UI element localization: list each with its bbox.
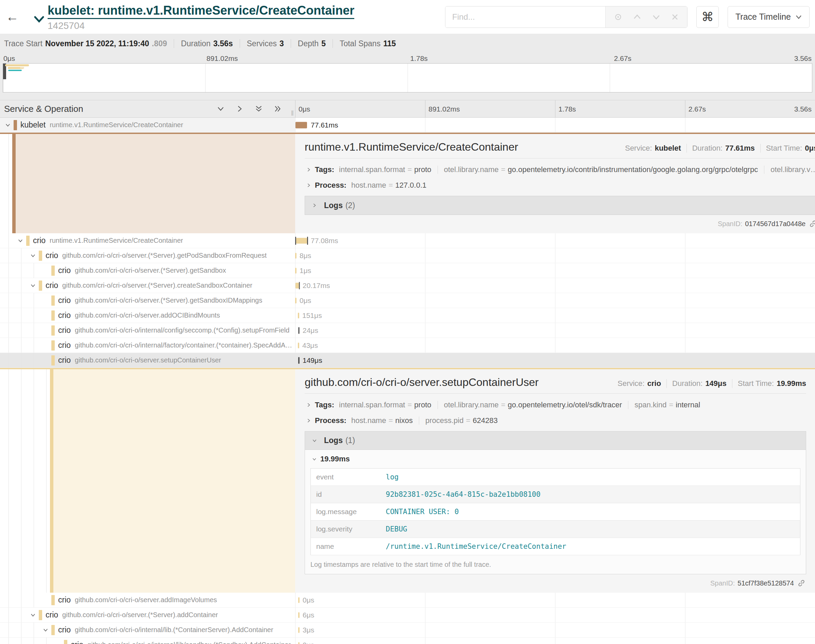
span-id-row: SpanID:51cf7f38e5128574: [305, 574, 806, 590]
span-row[interactable]: criogithub.com/cri-o/cri-o/server.(*Serv…: [0, 608, 815, 623]
span-row-name-cell: criogithub.com/cri-o/cri-o/server.(*Serv…: [0, 608, 295, 622]
span-row-timeline-cell[interactable]: 77.08ms: [295, 233, 815, 248]
span-row-name-cell: criogithub.com/cri-o/cri-o/server.addIma…: [0, 593, 295, 607]
span-row[interactable]: criogithub.com/cri-o/cri-o/internal/lib.…: [0, 623, 815, 638]
span-row[interactable]: criogithub.com/cri-o/cri-o/server.(*Serv…: [0, 278, 815, 293]
service-name: crio: [33, 236, 46, 245]
span-row-timeline-cell[interactable]: 0μs: [295, 293, 815, 308]
span-bar[interactable]: [298, 627, 300, 633]
span-detail-title: github.com/cri-o/cri-o/server.setupConta…: [305, 376, 539, 389]
span-row[interactable]: criogithub.com/cri-o/cri-o/internal/lib/…: [0, 638, 815, 644]
tags-accordion[interactable]: Tags:internal.span.format=protootel.libr…: [305, 162, 815, 178]
expand-all-icon[interactable]: [273, 104, 282, 113]
copy-link-icon[interactable]: [809, 220, 815, 228]
keyboard-shortcuts-button[interactable]: ⌘: [696, 6, 719, 28]
span-bar[interactable]: [295, 297, 297, 303]
span-bar[interactable]: [295, 253, 297, 258]
span-row-timeline-cell[interactable]: 149μs: [295, 353, 815, 368]
span-bar[interactable]: [295, 268, 297, 273]
back-button[interactable]: ←: [0, 9, 25, 24]
span-bar[interactable]: [298, 642, 300, 644]
process-accordion[interactable]: Process:host.name=nixosprocess.pid=62428…: [305, 413, 806, 428]
service-name: crio: [58, 341, 71, 350]
find-next-icon[interactable]: [652, 12, 661, 21]
expand-children-chevron-icon[interactable]: [5, 122, 14, 128]
span-row-timeline-cell[interactable]: 0μs: [295, 593, 815, 607]
divider: [305, 393, 806, 394]
column-resizer-handle[interactable]: ‖: [291, 109, 293, 117]
span-row[interactable]: criogithub.com/cri-o/cri-o/server.(*Serv…: [0, 293, 815, 308]
process-accordion[interactable]: Process:host.name=127.0.0.1: [305, 178, 815, 193]
span-duration-label: 1μs: [300, 267, 311, 275]
log-timestamps-note: Log timestamps are relative to the start…: [305, 555, 806, 574]
span-row-timeline-cell[interactable]: 151μs: [295, 308, 815, 323]
span-bar[interactable]: [298, 597, 300, 603]
minimap-canvas[interactable]: [3, 63, 812, 92]
tags-accordion[interactable]: Tags:internal.span.format=protootel.libr…: [305, 397, 806, 413]
span-row[interactable]: criogithub.com/cri-o/cri-o/server.(*Serv…: [0, 248, 815, 263]
tag-item: host.name=nixos: [351, 416, 413, 425]
span-row[interactable]: crioruntime.v1.RuntimeService/CreateCont…: [0, 233, 815, 248]
span-row[interactable]: criogithub.com/cri-o/cri-o/server.addIma…: [0, 593, 815, 608]
find-prev-icon[interactable]: [633, 12, 642, 21]
span-row-timeline-cell[interactable]: 20.17ms: [295, 278, 815, 293]
span-bar[interactable]: [296, 282, 299, 288]
trace-title-link[interactable]: kubelet: runtime.v1.RuntimeService/Creat…: [47, 3, 354, 19]
span-bar[interactable]: [299, 282, 300, 289]
span-row-timeline-cell[interactable]: 43μs: [295, 338, 815, 353]
span-row-timeline-cell[interactable]: 6μs: [295, 608, 815, 622]
span-bar[interactable]: [296, 122, 307, 128]
span-row[interactable]: criogithub.com/cri-o/cri-o/server.addOCI…: [0, 308, 815, 323]
operation-name: runtime.v1.RuntimeService/CreateContaine…: [50, 237, 183, 244]
span-detail-header: runtime.v1.RuntimeService/CreateContaine…: [305, 138, 815, 157]
span-row-timeline-cell[interactable]: 24μs: [295, 323, 815, 337]
span-row[interactable]: kubeletruntime.v1.RuntimeService/CreateC…: [0, 118, 815, 133]
expand-children-chevron-icon[interactable]: [17, 238, 26, 244]
collapse-trace-chevron-icon[interactable]: [34, 16, 44, 23]
span-duration-label: 149μs: [303, 356, 322, 365]
expand-children-chevron-icon[interactable]: [30, 282, 39, 289]
span-bar[interactable]: [298, 313, 299, 318]
span-bar[interactable]: [298, 357, 300, 364]
trace-summary-block: Trace Start November 15 2022, 11:19:40.8…: [0, 34, 815, 118]
span-row[interactable]: criogithub.com/cri-o/cri-o/server.setupC…: [0, 353, 815, 368]
span-bar[interactable]: [296, 238, 307, 244]
span-row[interactable]: criogithub.com/cri-o/cri-o/internal/conf…: [0, 323, 815, 338]
indent-guides: [5, 608, 30, 622]
operation-name: github.com/cri-o/cri-o/internal/lib/sand…: [87, 641, 291, 644]
span-row[interactable]: criogithub.com/cri-o/cri-o/server.(*Serv…: [0, 263, 815, 278]
span-row-timeline-cell[interactable]: 77.61ms: [295, 118, 815, 132]
trace-view-selector[interactable]: Trace Timeline: [728, 6, 810, 28]
find-clear-icon[interactable]: [671, 13, 679, 21]
span-row[interactable]: criogithub.com/cri-o/cri-o/internal/fact…: [0, 338, 815, 353]
span-bar[interactable]: [307, 237, 308, 245]
expand-one-icon[interactable]: [235, 104, 244, 113]
expand-children-chevron-icon[interactable]: [43, 627, 51, 633]
span-bar[interactable]: [298, 342, 299, 348]
span-row-timeline-cell[interactable]: 8μs: [295, 248, 815, 263]
span-bar[interactable]: [298, 327, 300, 334]
expand-children-chevron-icon[interactable]: [30, 253, 39, 259]
span-row-timeline-cell[interactable]: 3μs: [295, 623, 815, 637]
tag-key: host.name: [351, 181, 386, 189]
kv-separator: [438, 401, 438, 409]
span-row-timeline-cell[interactable]: 1μs: [295, 263, 815, 278]
span-bar[interactable]: [298, 612, 300, 618]
indent-guides: [5, 338, 43, 353]
span-detail-body: github.com/cri-o/cri-o/server.setupConta…: [295, 369, 815, 593]
expand-children-chevron-icon[interactable]: [30, 612, 39, 618]
logs-accordion[interactable]: Logs(2): [305, 196, 815, 215]
span-row-timeline-cell[interactable]: 0μs: [295, 638, 815, 644]
indent-guides: [5, 353, 43, 368]
find-input[interactable]: [446, 6, 605, 28]
span-duration-label: 6μs: [303, 611, 314, 619]
span-detail-left-accent: [0, 369, 295, 593]
focus-target-icon[interactable]: [614, 12, 622, 21]
collapse-one-icon[interactable]: [216, 104, 225, 113]
tag-item: otel.library.name=go.opentelemetry.io/co…: [444, 165, 758, 174]
service-operation-title: Service & Operation: [4, 104, 83, 114]
log-entry-toggle[interactable]: 19.99ms: [305, 450, 806, 467]
collapse-all-icon[interactable]: [254, 104, 263, 113]
copy-link-icon[interactable]: [797, 579, 806, 587]
logs-accordion[interactable]: Logs(1): [305, 431, 806, 450]
